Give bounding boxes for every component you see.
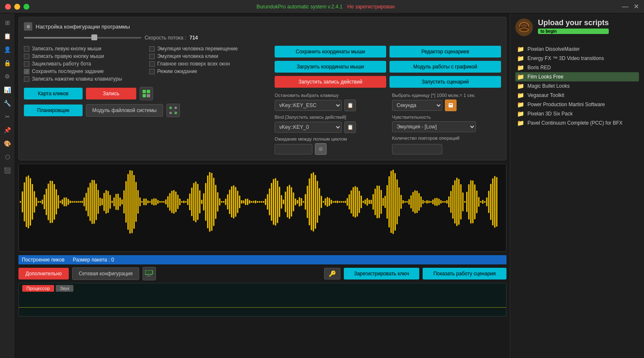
svg-rect-123 [241,200,242,204]
cb-save-last-label: Сохранять последнее задание [32,68,104,74]
svg-rect-168 [331,200,332,204]
cb-emul-click-box[interactable] [149,54,155,59]
sensitivity-select[interactable]: Эмуляция - [Low] [392,121,476,132]
minimize-button[interactable]: — [622,3,628,10]
key-icon-btn[interactable]: 🔑 [324,268,340,280]
file-item-4[interactable]: 📁 Magic Bullet Looks [515,81,639,91]
btn-editor[interactable]: Редактор сценариев [390,46,501,57]
btn-run-scenario[interactable]: Запустить сценарий [390,76,501,88]
cb-topmost-box[interactable] [149,61,155,67]
dot-green[interactable] [23,4,29,10]
bind-key-select[interactable]: vKey::KEY_0 [275,122,342,133]
sidebar-icon-clipboard[interactable]: 📋 [2,30,13,42]
sidebar-icon-lock[interactable]: 🔒 [2,57,13,69]
network-icon-btn[interactable] [143,267,156,280]
cb-wait-mode-label: Режим ожидание [157,68,197,74]
unit-label: Выбрать единицу [*] 1000 мсек.= 1 сек. [392,93,501,98]
svg-rect-194 [382,198,384,206]
svg-rect-232 [458,179,460,225]
btn-save-coords[interactable]: Сохранить координаты мыши [275,46,386,57]
btn-record[interactable]: Запись [86,88,136,99]
btn-extra[interactable]: Дополнительно [18,268,69,280]
speed-slider-track[interactable] [24,37,141,39]
btn-register[interactable]: Зарегистрировать ключ [344,268,419,280]
sidebar-icon-hex[interactable]: ⬡ [2,151,13,163]
file-item-7[interactable]: 📁 Pixelan 3D Six Pack [515,109,639,118]
stop-key-select[interactable]: vKey::KEY_ESC [275,100,342,111]
tab-cpu[interactable]: Процессор [22,285,54,292]
btn-graph[interactable]: Модуль работы с графикой [390,61,501,73]
svg-rect-136 [267,194,268,210]
svg-rect-112 [219,199,220,206]
file-item-5[interactable]: 📁 Vegasaur Toolkit [515,91,639,100]
file-item-8[interactable]: 📁 Pavel Continuum Complete (PCC) for BFX [515,118,639,128]
unit-select[interactable]: Секунда [392,100,442,111]
cb-save-last-box[interactable] [24,69,29,74]
stop-key-copy-btn[interactable]: 📋 [344,99,356,111]
svg-rect-115 [225,199,226,205]
svg-rect-199 [392,170,394,234]
cb-emul-move-box[interactable] [149,46,155,52]
svg-rect-31 [57,195,59,209]
svg-rect-211 [416,191,418,213]
bottom-bar: Дополнительно Сетевая конфигурация 🔑 Зар… [15,267,510,283]
btn-load-coords[interactable]: Загрузить координаты мыши [275,61,386,73]
wait-input[interactable] [275,144,312,154]
file-item-1[interactable]: 📁 Energy FX ™ 3D Video transitions [515,54,639,63]
svg-rect-242 [478,197,479,207]
btn-fs[interactable]: Модуль файловой системы [86,104,163,117]
cb-wait-mode-box[interactable] [149,69,155,74]
sidebar-icon-grid[interactable]: ⊞ [2,17,13,29]
svg-rect-222 [438,199,439,205]
repeat-input[interactable] [392,144,442,154]
svg-rect-70 [135,182,137,222]
svg-rect-38 [72,201,73,203]
svg-rect-28 [52,181,53,223]
dot-yellow[interactable] [14,4,20,10]
sidebar-icon-box[interactable]: ⬛ [2,165,13,176]
cb-record-left-box[interactable] [24,46,29,52]
connect-icon-1[interactable] [140,87,153,100]
cb-keyboard-box[interactable] [24,76,29,82]
file-item-3[interactable]: 📁 Film Looks Free [515,72,639,81]
slider-thumb[interactable] [91,34,97,40]
sidebar-icon-tool[interactable]: 🔧 [2,97,13,109]
cb-loop-box[interactable] [24,61,29,67]
svg-rect-251 [496,177,497,227]
file-item-6[interactable]: 📁 Power Production Martini Software [515,100,639,109]
btn-planner[interactable]: Планировщик [24,105,83,116]
svg-rect-30 [56,189,57,214]
dot-red[interactable] [5,4,11,10]
svg-rect-196 [387,185,388,219]
file-name-2: Boris RED [527,65,551,71]
cb-record-right-box[interactable] [24,54,29,59]
svg-rect-9 [449,103,453,107]
bind-key-copy-btn[interactable]: 📋 [344,121,356,133]
tab-sound[interactable]: Звук [56,285,74,292]
cb-keyboard: Записать нажатие клавиш клавиатуры [24,76,141,82]
file-item-0[interactable]: 📁 Pixelan DissolveMaster [515,44,639,54]
btn-network[interactable]: Сетевая конфигурация [72,267,139,280]
sidebar-icon-pin[interactable]: 📌 [2,124,13,136]
connect-icon-2[interactable] [166,104,180,117]
svg-rect-183 [361,196,362,208]
sidebar-icon-paint[interactable]: 🎨 [2,138,13,149]
sidebar-icon-user[interactable]: 👤 [2,44,13,55]
svg-rect-2 [143,94,146,97]
svg-rect-60 [115,194,117,210]
wait-clear-btn[interactable]: ⊘ [315,143,327,155]
svg-rect-182 [358,191,360,213]
sidebar-icon-scissors[interactable]: ✂ [2,111,13,123]
svg-rect-237 [468,184,470,220]
btn-show[interactable]: Показать работу сценария [423,268,506,280]
file-item-2[interactable]: 📁 Boris RED [515,63,639,72]
stop-key-row: vKey::KEY_ESC 📋 [275,99,384,111]
sidebar-icon-chart[interactable]: 📊 [2,84,13,96]
btn-map[interactable]: Карта кликов [24,88,83,99]
btn-record-start[interactable]: Запустить запись действий [275,76,386,88]
svg-rect-17 [30,178,31,226]
close-button[interactable]: ✕ [634,3,639,10]
svg-rect-135 [265,199,266,205]
sidebar-icon-gear[interactable]: ⚙ [2,71,13,82]
svg-rect-239 [472,180,473,223]
